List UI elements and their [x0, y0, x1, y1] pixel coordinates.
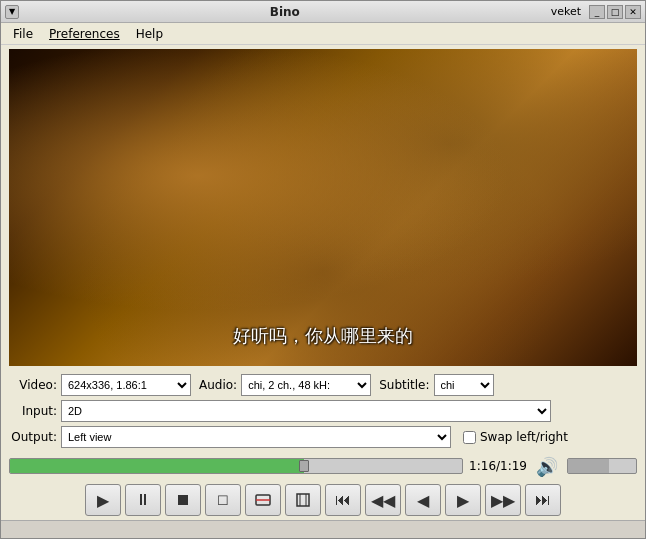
veket-label: veket — [551, 5, 581, 18]
input-row: Input: 2D — [9, 400, 637, 422]
volume-btn[interactable]: 🔊 — [533, 452, 561, 480]
video-label: Video: — [9, 378, 57, 392]
status-bar — [1, 520, 645, 538]
progress-bar[interactable] — [9, 458, 463, 474]
title-bar-left: ▼ — [5, 5, 19, 19]
main-window: ▼ Bino veket _ □ ✕ File Preferences Help… — [0, 0, 646, 539]
svg-rect-2 — [297, 494, 309, 506]
forward-slow-btn[interactable]: ▶ — [445, 484, 481, 516]
fullscreen-btn[interactable]: ☐ — [205, 484, 241, 516]
close-btn[interactable]: ✕ — [625, 5, 641, 19]
pause-btn[interactable]: ⏸ — [125, 484, 161, 516]
menu-bar: File Preferences Help — [1, 23, 645, 45]
swap-checkbox[interactable] — [463, 431, 476, 444]
window-menu-btn[interactable]: ▼ — [5, 5, 19, 19]
input-select[interactable]: 2D — [61, 400, 551, 422]
video-area: 好听吗，你从哪里来的 — [9, 49, 637, 366]
audio-label: Audio: — [199, 378, 237, 392]
title-bar: ▼ Bino veket _ □ ✕ — [1, 1, 645, 23]
volume-slider[interactable] — [567, 458, 637, 474]
output-select[interactable]: Left view — [61, 426, 451, 448]
menu-file[interactable]: File — [5, 25, 41, 43]
video-frame — [9, 49, 637, 366]
swap-label[interactable]: Swap left/right — [463, 430, 568, 444]
loop-btn[interactable] — [245, 484, 281, 516]
subtitle-label: Subtitle: — [379, 378, 429, 392]
subtitle-text: 好听吗，你从哪里来的 — [233, 324, 413, 348]
time-display: 1:16/1:19 — [469, 459, 527, 473]
input-label: Input: — [9, 404, 57, 418]
progress-row: 1:16/1:19 🔊 — [9, 452, 637, 480]
video-info-row: Video: 624x336, 1.86:1 Audio: chi, 2 ch.… — [9, 374, 637, 396]
controls-area: Video: 624x336, 1.86:1 Audio: chi, 2 ch.… — [1, 370, 645, 520]
rewind-slow-btn[interactable]: ◀ — [405, 484, 441, 516]
output-row: Output: Left view Swap left/right — [9, 426, 637, 448]
menu-help[interactable]: Help — [128, 25, 171, 43]
menu-preferences[interactable]: Preferences — [41, 25, 128, 43]
btn-row: ▶ ⏸ ⏹ ☐ ⏮ ◀◀ ◀ ▶ ▶▶ ⏭ — [9, 484, 637, 516]
forward-step-btn[interactable]: ▶▶ — [485, 484, 521, 516]
minimize-btn[interactable]: _ — [589, 5, 605, 19]
window-title: Bino — [19, 5, 551, 19]
output-label: Output: — [9, 430, 57, 444]
progress-fill — [10, 459, 304, 473]
stop-btn[interactable]: ⏹ — [165, 484, 201, 516]
volume-fill — [568, 459, 609, 473]
subtitle-select[interactable]: chi — [434, 374, 494, 396]
video-select[interactable]: 624x336, 1.86:1 — [61, 374, 191, 396]
forward-fast-btn[interactable]: ⏭ — [525, 484, 561, 516]
progress-handle — [299, 460, 309, 472]
crop-btn[interactable] — [285, 484, 321, 516]
audio-select[interactable]: chi, 2 ch., 48 kH: — [241, 374, 371, 396]
rewind-fast-btn[interactable]: ⏮ — [325, 484, 361, 516]
rewind-step-btn[interactable]: ◀◀ — [365, 484, 401, 516]
title-bar-right: veket _ □ ✕ — [551, 5, 641, 19]
maximize-btn[interactable]: □ — [607, 5, 623, 19]
play-btn[interactable]: ▶ — [85, 484, 121, 516]
